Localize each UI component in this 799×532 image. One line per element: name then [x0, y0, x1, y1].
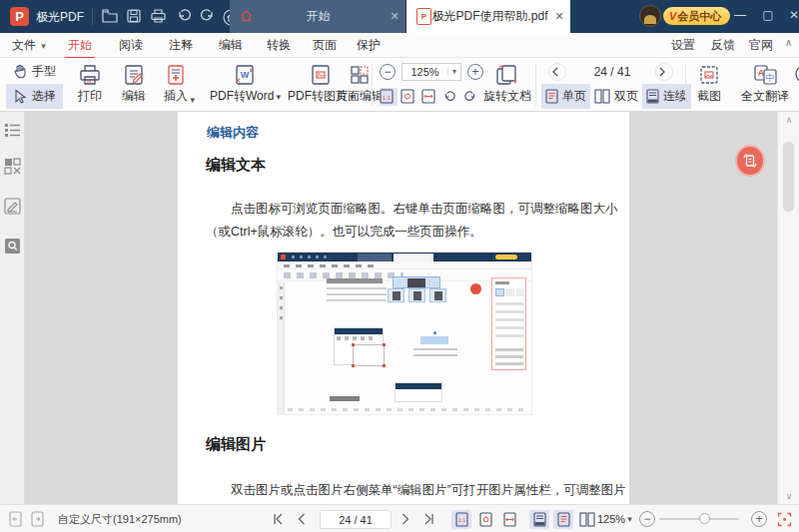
collapse-ribbon-icon[interactable]: ∧	[785, 37, 792, 48]
hand-tool-label: 手型	[32, 63, 56, 80]
screenshot-label: 截图	[697, 88, 721, 105]
rotate-doc-icon	[494, 64, 520, 86]
menu-feedback[interactable]: 反馈	[711, 37, 735, 54]
status-zoom-out-button[interactable]: −	[639, 510, 655, 528]
zoom-slider-handle[interactable]	[699, 513, 710, 524]
status-single-page-button[interactable]	[553, 510, 573, 529]
maximize-button[interactable]: ▢	[755, 0, 781, 30]
fit-width-button[interactable]	[421, 88, 439, 106]
scroll-up-icon[interactable]: ∧	[778, 112, 799, 128]
doc-heading-section: 编辑内容	[207, 124, 259, 142]
menu-tab-page[interactable]: 页面	[310, 37, 340, 54]
floating-convert-button[interactable]	[735, 145, 767, 178]
fullscreen-icon	[777, 512, 792, 527]
hand-tool-button[interactable]: 手型	[6, 59, 63, 84]
insert-button[interactable]: 插入 ▾	[158, 58, 194, 111]
zoom-caret-icon[interactable]: ▾	[447, 67, 460, 76]
status-fit-width-button[interactable]	[499, 510, 519, 529]
embedded-screenshot-image	[278, 253, 531, 414]
continuous-button[interactable]: 连续	[642, 84, 691, 109]
rotate-ccw-button[interactable]	[442, 88, 460, 106]
search-panel-icon[interactable]	[4, 238, 21, 255]
home-tab-icon	[240, 9, 253, 25]
print-label: 打印	[78, 88, 102, 105]
actual-size-button[interactable]: 1:1	[380, 88, 398, 106]
vip-v-icon: V	[669, 10, 676, 22]
scrollbar-thumb[interactable]	[783, 142, 794, 212]
user-avatar[interactable]	[639, 5, 661, 27]
menu-settings[interactable]: 设置	[671, 37, 695, 54]
menu-tab-annotate[interactable]: 注释	[166, 37, 196, 54]
menu-tab-convert[interactable]: 转换	[264, 37, 294, 54]
status-zoom-in-button[interactable]: +	[751, 510, 767, 528]
vip-center-button[interactable]: V 会员中心	[663, 7, 730, 25]
zoom-out-icon[interactable]: −	[380, 64, 396, 80]
menu-file-caret-icon: ▾	[41, 41, 46, 51]
title-bar: P 极光PDF 开始 ✕ P	[0, 0, 799, 33]
toolbar: 手型 选择 打印 编辑 插入 ▾ W PDF转Word▾ PDF	[0, 58, 799, 112]
scroll-down-icon[interactable]: ∨	[778, 488, 799, 504]
save-icon[interactable]	[124, 7, 144, 26]
print-icon[interactable]	[148, 7, 168, 26]
close-button[interactable]: ✕	[781, 0, 799, 30]
tab-home-close-icon[interactable]: ✕	[384, 10, 405, 23]
document-viewport[interactable]: 编辑内容 编辑文本 点击图标可浏览页面缩略图。右键单击页面缩略图，可调整缩略图大…	[25, 112, 777, 504]
menu-tab-home[interactable]: 开始	[65, 37, 95, 54]
vertical-scrollbar[interactable]: ∧ ∨	[777, 112, 799, 504]
menu-tab-protect[interactable]: 保护	[354, 37, 384, 54]
undo-icon[interactable]	[174, 7, 194, 26]
outline-panel-icon[interactable]	[4, 122, 21, 139]
tab-home[interactable]: 开始 ✕	[230, 0, 405, 33]
page-edit-label: 页面编辑	[336, 88, 384, 105]
thumbnail-panel-icon[interactable]	[4, 158, 21, 175]
next-page-button[interactable]	[655, 63, 673, 81]
doc-paragraph-1: 点击图标可浏览页面缩略图。右键单击页面缩略图，可调整缩略图大小（或Ctrl+鼠标…	[206, 198, 631, 244]
single-page-button[interactable]: 单页	[541, 84, 590, 109]
menu-file[interactable]: 文件 ▾	[12, 37, 46, 54]
translate-button[interactable]: A中 全文翻译	[735, 58, 795, 111]
doc-paragraph-2: 双击图片或点击图片右侧菜单“编辑图片”可打开图片属性栏，可调整图片透明度，	[206, 479, 631, 504]
menu-tab-read[interactable]: 阅读	[116, 37, 146, 54]
toolbar-group-pages: 24 / 41 单页 双页 连续	[541, 59, 691, 109]
tab-document[interactable]: P 极光PDF使用帮助.pdf ✕	[406, 0, 570, 33]
rotate-document-button[interactable]: 旋转文档	[477, 58, 537, 111]
status-zoom-value[interactable]: 125% ▾	[597, 510, 632, 528]
prev-page-button[interactable]	[548, 63, 566, 81]
zoom-level-box[interactable]: 125% ▾	[401, 63, 461, 81]
next-view-button[interactable]	[30, 510, 45, 528]
status-next-page-button[interactable]	[401, 510, 410, 528]
translate-icon: A中	[752, 64, 778, 86]
menu-bar: 文件 ▾ 开始 阅读 注释 编辑 转换 页面 保护 设置 反馈 官网 ∧	[0, 33, 799, 58]
status-double-page-button[interactable]	[577, 510, 597, 529]
doc-heading-edit-text: 编辑文本	[206, 156, 266, 175]
first-page-button[interactable]	[272, 510, 284, 528]
status-page-box[interactable]: 24 / 41	[320, 510, 392, 528]
menu-tab-edit[interactable]: 编辑	[216, 37, 246, 54]
prev-view-button[interactable]	[8, 510, 23, 528]
status-actual-size-button[interactable]: 1:1	[451, 510, 471, 529]
screenshot-button[interactable]: 截图	[691, 58, 727, 111]
tab-document-close-icon[interactable]: ✕	[548, 10, 570, 23]
redo-icon[interactable]	[198, 7, 218, 26]
minimize-button[interactable]: —	[727, 0, 753, 30]
select-tool-button[interactable]: 选择	[6, 84, 63, 109]
double-page-icon	[594, 89, 610, 104]
last-page-button[interactable]	[423, 510, 435, 528]
open-file-icon[interactable]	[100, 7, 120, 26]
edit-button[interactable]: 编辑	[116, 58, 152, 111]
status-prev-page-button[interactable]	[297, 510, 306, 528]
fullscreen-button[interactable]	[777, 510, 792, 528]
status-continuous-button[interactable]	[529, 510, 549, 529]
print-button[interactable]: 打印	[72, 58, 108, 111]
menu-file-label: 文件	[12, 38, 36, 52]
menu-website[interactable]: 官网	[749, 37, 773, 54]
double-page-button[interactable]: 双页	[590, 84, 642, 109]
status-fit-page-button[interactable]	[475, 510, 495, 529]
pdf-to-word-button[interactable]: W PDF转Word▾	[204, 58, 287, 111]
clipped-toolbar-button[interactable]: 背	[787, 58, 799, 111]
toolbar-page-indicator[interactable]: 24 / 41	[594, 65, 631, 79]
annotation-panel-icon[interactable]	[4, 198, 21, 215]
printer-icon	[78, 64, 102, 86]
fit-page-button[interactable]	[400, 88, 418, 106]
page-size-label: 自定义尺寸(191×275mm)	[58, 510, 182, 528]
